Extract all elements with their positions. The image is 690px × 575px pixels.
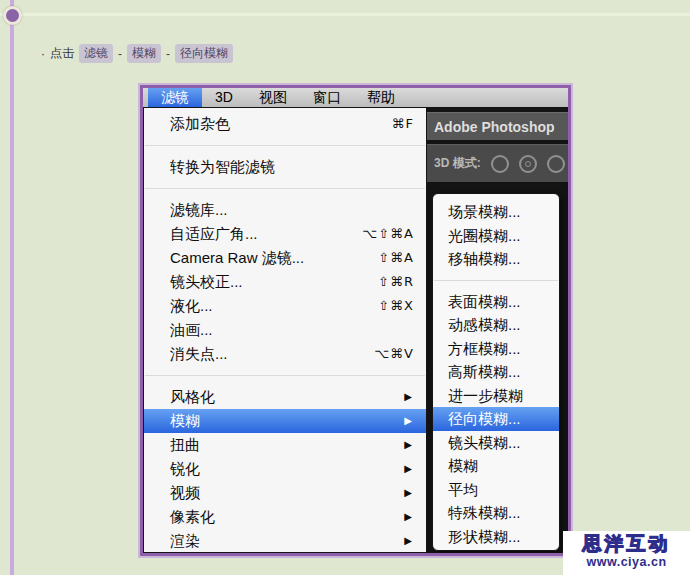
submenu-arrow-icon: ▶ — [404, 457, 412, 481]
menu-item-label: 视频 — [170, 481, 200, 505]
submenu-item[interactable]: 方框模糊... — [433, 337, 559, 361]
menu-item-label: 光圈模糊... — [448, 227, 521, 244]
menu-item-label: 镜头校正... — [170, 270, 243, 294]
menu-item-label: 动感模糊... — [448, 316, 521, 333]
filter-menu-dropdown: 添加杂色⌘F转换为智能滤镜滤镜库...自适应广角...⌥⇧⌘ACamera Ra… — [143, 107, 427, 553]
menu-item-label: 场景模糊... — [448, 203, 521, 220]
photoshop-screenshot: 滤镜3D视图窗口帮助 Adobe Photoshop 3D 模式: 添加杂色⌘F… — [140, 85, 571, 556]
menu-item-label: 液化... — [170, 294, 213, 318]
menu-item-label: 自适应广角... — [170, 222, 258, 246]
instruction-line: · 点击 滤镜-模糊-径向模糊 — [41, 44, 233, 63]
menu-item-label: 方框模糊... — [448, 340, 521, 357]
submenu-item[interactable]: 场景模糊... — [433, 200, 559, 224]
menu-item-label: 扭曲 — [170, 433, 200, 457]
blur-submenu: 场景模糊...光圈模糊...移轴模糊...表面模糊...动感模糊...方框模糊.… — [432, 193, 560, 551]
menu-separator — [145, 188, 425, 189]
submenu-arrow-icon: ▶ — [404, 385, 412, 409]
menu-item-label: 风格化 — [170, 385, 215, 409]
instruction-bullet: · — [41, 47, 45, 61]
shortcut-label: ⌥⇧⌘A — [362, 222, 414, 246]
menu-item-label: Camera Raw 滤镜... — [170, 246, 304, 270]
menubar-item-filter[interactable]: 滤镜 — [148, 88, 202, 107]
submenu-item[interactable]: 光圈模糊... — [433, 224, 559, 248]
menubar-item-view[interactable]: 视图 — [246, 88, 300, 107]
submenu-arrow-icon: ▶ — [404, 433, 412, 457]
menu-separator — [145, 375, 425, 376]
submenu-arrow-icon: ▶ — [404, 409, 412, 433]
menu-item-label: 锐化 — [170, 457, 200, 481]
menu-item[interactable]: 风格化▶ — [144, 385, 426, 409]
menu-item-label: 油画... — [170, 318, 213, 342]
menu-item-label: 进一步模糊 — [448, 387, 523, 404]
submenu-item[interactable]: 径向模糊... — [433, 407, 559, 431]
timeline-horizontal-line — [0, 13, 690, 16]
watermark-url: www.ciya.cn — [563, 555, 690, 570]
shortcut-label: ⇧⌘A — [378, 246, 414, 270]
3d-orbit-icon[interactable] — [491, 155, 509, 173]
menu-item-label: 特殊模糊... — [448, 504, 521, 521]
shortcut-label: ⇧⌘R — [378, 270, 414, 294]
menu-item[interactable]: 滤镜库... — [144, 198, 426, 222]
menu-item-label: 模糊 — [448, 457, 478, 474]
shortcut-label: ⌥⌘V — [374, 342, 414, 366]
menu-item-label: 消失点... — [170, 342, 228, 366]
menu-item[interactable]: 油画... — [144, 318, 426, 342]
3d-mode-label: 3D 模式: — [434, 155, 481, 172]
submenu-item[interactable]: 平均 — [433, 478, 559, 502]
shortcut-label: ⇧⌘X — [378, 294, 414, 318]
menubar-item-help[interactable]: 帮助 — [354, 88, 408, 107]
submenu-item[interactable]: 形状模糊... — [433, 525, 559, 549]
window-title: Adobe Photoshop — [427, 112, 568, 140]
submenu-item[interactable]: 镜头模糊... — [433, 431, 559, 455]
submenu-item[interactable]: 移轴模糊... — [433, 247, 559, 271]
instruction-tag: 滤镜 — [79, 44, 113, 63]
menu-item[interactable]: 液化...⇧⌘X — [144, 294, 426, 318]
submenu-item[interactable]: 进一步模糊 — [433, 384, 559, 408]
menu-item-label: 平均 — [448, 481, 478, 498]
instruction-tag: 模糊 — [127, 44, 161, 63]
menu-item[interactable]: 扭曲▶ — [144, 433, 426, 457]
menu-item[interactable]: 消失点...⌥⌘V — [144, 342, 426, 366]
menu-item[interactable]: Camera Raw 滤镜...⇧⌘A — [144, 246, 426, 270]
submenu-item[interactable]: 高斯模糊... — [433, 360, 559, 384]
instruction-action: 点击 — [50, 45, 74, 62]
submenu-item[interactable]: 动感模糊... — [433, 313, 559, 337]
menu-item-label: 径向模糊... — [448, 410, 521, 427]
instruction-tag: 径向模糊 — [175, 44, 233, 63]
tag-dash: - — [118, 47, 122, 61]
menu-item[interactable]: 模糊▶ — [144, 409, 426, 433]
menu-item-label: 像素化 — [170, 505, 215, 529]
menu-item[interactable]: 添加杂色⌘F — [144, 112, 426, 136]
menu-item-label: 移轴模糊... — [448, 250, 521, 267]
watermark-title: 思洋互动 — [563, 532, 690, 555]
timeline-node-icon — [3, 6, 22, 25]
menu-item[interactable]: 锐化▶ — [144, 457, 426, 481]
menu-item[interactable]: 自适应广角...⌥⇧⌘A — [144, 222, 426, 246]
photoshop-menubar: 滤镜3D视图窗口帮助 — [143, 88, 568, 107]
options-bar: 3D 模式: — [427, 144, 568, 182]
menu-item[interactable]: 镜头校正...⇧⌘R — [144, 270, 426, 294]
menu-item-label: 转换为智能滤镜 — [170, 155, 275, 179]
submenu-item[interactable]: 特殊模糊... — [433, 501, 559, 525]
menu-item[interactable]: 视频▶ — [144, 481, 426, 505]
page: · 点击 滤镜-模糊-径向模糊 滤镜3D视图窗口帮助 Adobe Photosh… — [0, 0, 690, 575]
menu-item-label: 形状模糊... — [448, 528, 521, 545]
menu-item[interactable]: 转换为智能滤镜 — [144, 155, 426, 179]
submenu-item[interactable]: 模糊 — [433, 454, 559, 478]
timeline-vertical-line — [10, 0, 14, 575]
menubar-item-window[interactable]: 窗口 — [300, 88, 354, 107]
3d-roll-icon[interactable] — [519, 155, 537, 173]
tag-dash: - — [166, 47, 170, 61]
submenu-arrow-icon: ▶ — [404, 529, 412, 553]
menu-item-label: 镜头模糊... — [448, 434, 521, 451]
submenu-arrow-icon: ▶ — [404, 505, 412, 529]
menubar-item-3d[interactable]: 3D — [202, 88, 246, 107]
menu-item-label: 添加杂色 — [170, 112, 230, 136]
submenu-item[interactable]: 表面模糊... — [433, 290, 559, 314]
menu-item[interactable]: 像素化▶ — [144, 505, 426, 529]
menu-item-label: 模糊 — [170, 409, 200, 433]
3d-pan-icon[interactable] — [547, 155, 565, 173]
menu-item[interactable]: 渲染▶ — [144, 529, 426, 553]
menu-separator — [434, 280, 558, 281]
watermark: 思洋互动 www.ciya.cn — [563, 531, 690, 575]
